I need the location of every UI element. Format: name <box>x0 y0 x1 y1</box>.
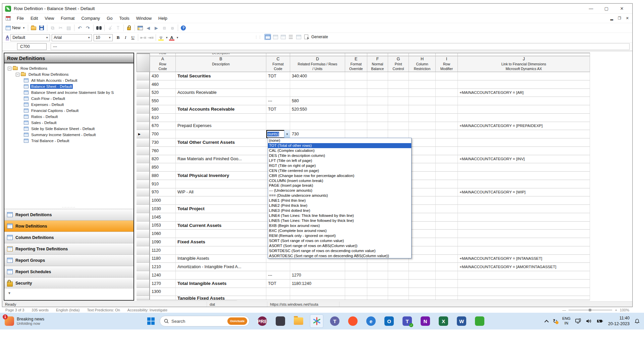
grid-cell[interactable]: 1053 <box>150 222 176 230</box>
dropdown-item[interactable]: SORT (Sort range of rows on column value… <box>268 238 411 243</box>
grid-cell[interactable] <box>436 105 458 114</box>
grid-cell[interactable] <box>266 122 290 130</box>
grid-cell[interactable] <box>290 89 345 97</box>
column-header-g[interactable]: GPrintControl <box>388 53 409 72</box>
grid-cell[interactable] <box>290 122 345 130</box>
column-header-a[interactable]: RowARowCode <box>150 53 176 72</box>
generate-button[interactable] <box>303 34 310 40</box>
column-definition-view-button[interactable] <box>280 34 286 40</box>
grid-cell[interactable] <box>436 288 458 296</box>
word-app-icon[interactable]: W <box>455 314 468 328</box>
grid-cell[interactable] <box>458 205 590 213</box>
grid-cell[interactable]: +MAINACCOUNTCATEGORY = [WIP] <box>458 188 590 197</box>
grid-cell[interactable]: Raw Materials and Finished Goo... <box>176 155 266 164</box>
format-code-edit-cell[interactable]: ounts)▼ <box>266 130 290 138</box>
grid-cell[interactable] <box>458 230 590 238</box>
grid-cell[interactable] <box>458 246 590 255</box>
grid-cell[interactable] <box>345 80 367 89</box>
column-header-j[interactable]: JLink to Financial DimensionsMicrosoft D… <box>458 53 590 72</box>
nav-button-security[interactable]: Security <box>4 277 133 289</box>
scrollbar-thumb[interactable] <box>137 300 237 301</box>
underline-button[interactable]: U <box>129 34 137 41</box>
grid-cell[interactable]: TOT <box>266 280 290 288</box>
grid-cell[interactable] <box>436 138 458 147</box>
close-button[interactable]: ✕ <box>614 4 630 13</box>
grid-cell[interactable] <box>176 163 266 172</box>
menu-help[interactable]: Help <box>155 14 171 22</box>
grid-cell[interactable]: 970 <box>150 188 176 197</box>
grid-cell[interactable]: +MAINACCOUNTCATEGORY = [INTANASSET] <box>458 255 590 263</box>
row-header-cell[interactable] <box>137 114 150 122</box>
grid-cell[interactable]: 910 <box>150 180 176 188</box>
dropdown-item[interactable]: CEN (Title centered on page) <box>268 168 411 173</box>
grid-cell[interactable] <box>458 196 590 205</box>
grid-cell[interactable] <box>436 122 458 130</box>
grid-cell[interactable]: 880 <box>150 172 176 180</box>
grid-cell[interactable]: +MAINACCOUNTCATEGORY = [INV] <box>458 155 590 164</box>
grid-cell[interactable]: 1060 <box>150 230 176 238</box>
grid-cell[interactable] <box>290 114 345 122</box>
dropdown-item[interactable]: SORTDESC (Sort range of rows on descendi… <box>268 248 411 253</box>
grid-cell[interactable] <box>458 238 590 246</box>
dropdown-item[interactable]: DES (Title in description column) <box>268 153 411 158</box>
grid-cell[interactable] <box>436 72 458 80</box>
grid-cell[interactable]: +MAINACCOUNTCATEGORY = [AR] <box>458 89 590 97</box>
grid-cell[interactable] <box>388 288 409 296</box>
grid-cell[interactable] <box>436 230 458 238</box>
grid-cell[interactable] <box>388 114 409 122</box>
dropdown-item[interactable]: === (Double underscore amounts) <box>268 193 411 198</box>
menu-view[interactable]: View <box>41 14 57 22</box>
dropdown-item[interactable]: ASORT (Sort range of rows on ABS(Column … <box>268 243 411 248</box>
grid-cell[interactable] <box>176 147 266 155</box>
grid-cell[interactable] <box>436 172 458 180</box>
pre-circle-app-icon[interactable]: PRE <box>256 314 269 328</box>
grid-cell[interactable]: 1240 <box>150 271 176 280</box>
grid-cell[interactable] <box>409 263 436 271</box>
word-status-item[interactable]: English (India) <box>56 308 79 312</box>
link-units-button[interactable]: ⧇ <box>168 24 176 32</box>
edge-browser-icon[interactable]: e <box>364 314 378 328</box>
grid-cell[interactable] <box>409 155 436 164</box>
grid-cell[interactable]: Total Physical Inventory <box>176 172 266 180</box>
grid-cell[interactable] <box>458 114 590 122</box>
zoom-in-icon[interactable]: + <box>615 308 617 312</box>
row-header-cell[interactable] <box>137 263 150 271</box>
virtual-desktop-app-icon[interactable] <box>274 314 287 328</box>
navigate-forward-button[interactable]: ▶ <box>152 24 160 32</box>
column-header-c[interactable]: CFormatCode <box>266 53 290 72</box>
row-header-cell[interactable] <box>137 271 150 280</box>
dropdown-item[interactable]: CAL (Complex calculation) <box>268 148 411 153</box>
dropdown-item[interactable]: CBR (Change base row for percentage allo… <box>268 173 411 178</box>
grid-cell[interactable]: 820 <box>150 155 176 164</box>
notification-bell-icon[interactable] <box>634 318 640 324</box>
start-button[interactable] <box>144 314 158 328</box>
grid-cell[interactable] <box>176 97 266 105</box>
grid-cell[interactable] <box>409 280 436 288</box>
row-header-cell[interactable] <box>137 138 150 147</box>
grid-cell[interactable] <box>367 80 388 89</box>
sync-status-icon[interactable]: ↻ <box>553 318 557 324</box>
grid-cell[interactable]: 1045 <box>150 213 176 222</box>
dropdown-item[interactable]: (none) <box>268 138 411 143</box>
onenote-app-icon[interactable]: N <box>419 314 432 328</box>
mdi-close-icon[interactable]: ✕ <box>626 16 629 20</box>
grid-cell[interactable] <box>458 147 590 155</box>
grid-cell[interactable]: WIP - All <box>176 188 266 197</box>
dropdown-item[interactable]: REM (Remark only - ignored on report) <box>268 233 411 238</box>
toolbar-handle[interactable]: ⋮⋮ <box>255 35 262 39</box>
tree-definition-view-button[interactable]: ☰ <box>287 34 294 40</box>
save-button[interactable] <box>38 24 46 32</box>
grid-cell[interactable] <box>367 130 388 138</box>
grid-cell[interactable] <box>345 271 367 280</box>
grid-cell[interactable] <box>388 80 409 89</box>
grid-cell[interactable] <box>176 180 266 188</box>
grid-cell[interactable] <box>409 138 436 147</box>
grid-cell[interactable] <box>409 205 436 213</box>
style-combo[interactable]: Default ▼ <box>10 34 50 41</box>
dropdown-item[interactable]: LINE4 (Two Lines: Thick line followed by… <box>268 213 411 218</box>
grid-cell[interactable]: Total Accounts Receivable <box>176 105 266 114</box>
grid-cell[interactable]: 1000 <box>150 196 176 205</box>
decrease-indent-button[interactable]: ⇤≡ <box>140 34 147 41</box>
word-status-item[interactable]: 335 words <box>32 308 49 312</box>
italic-button[interactable]: I <box>122 34 129 41</box>
